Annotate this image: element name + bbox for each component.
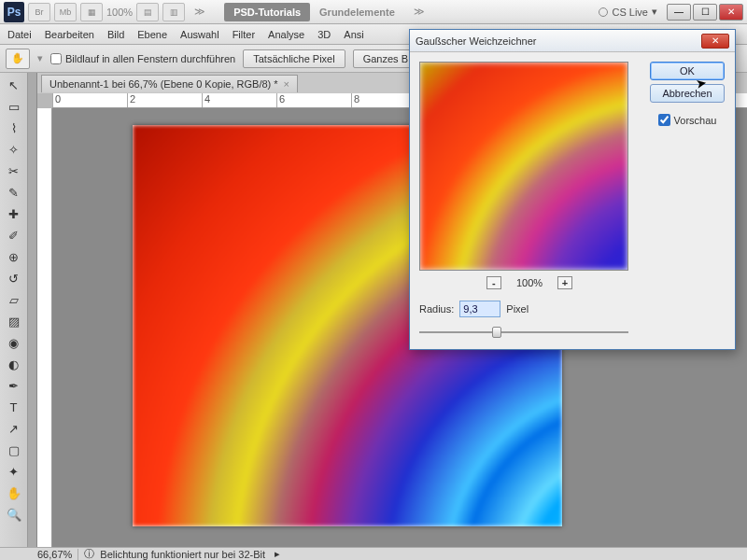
preview-image[interactable] xyxy=(419,62,628,271)
hand-tool-icon[interactable]: ✋ xyxy=(6,49,30,69)
gradient-tool-icon[interactable]: ▨ xyxy=(3,311,25,331)
gaussian-blur-dialog: Gaußscher Weichzeichner ✕ - 100% + Radiu… xyxy=(409,29,736,350)
menu-ansicht[interactable]: Ansi xyxy=(344,29,363,40)
app-titlebar: Ps Br Mb ▦ 100% ▤ ▥ ≫ PSD-Tutorials Grun… xyxy=(0,0,747,24)
scroll-all-label: Bildlauf in allen Fenstern durchführen xyxy=(65,53,235,64)
wand-tool-icon[interactable]: ✧ xyxy=(3,139,25,160)
dialog-close-button[interactable]: ✕ xyxy=(701,34,729,49)
crop-tool-icon[interactable]: ✂ xyxy=(3,161,25,181)
cursor-icon: ➤ xyxy=(695,75,709,91)
bridge-icon[interactable]: Br xyxy=(28,3,50,21)
history-brush-icon[interactable]: ↺ xyxy=(3,268,25,288)
lasso-tool-icon[interactable]: ⌇ xyxy=(3,118,25,138)
zoom-out-button[interactable]: - xyxy=(486,276,501,289)
dialog-titlebar[interactable]: Gaußscher Weichzeichner ✕ xyxy=(410,30,735,52)
tab-psd-tutorials[interactable]: PSD-Tutorials xyxy=(224,3,310,21)
cancel-button[interactable]: Abbrechen xyxy=(650,84,725,103)
zoom-in-button[interactable]: + xyxy=(557,276,572,289)
close-button[interactable]: ✕ xyxy=(719,4,743,21)
app-logo: Ps xyxy=(4,2,24,22)
3d-tool-icon[interactable]: ✦ xyxy=(3,461,25,482)
heal-tool-icon[interactable]: ✚ xyxy=(3,203,25,224)
menu-datei[interactable]: Datei xyxy=(7,29,32,40)
pen-tool-icon[interactable]: ✒ xyxy=(3,375,25,396)
zoom-tool-icon[interactable]: 🔍 xyxy=(3,504,25,525)
chevron-right-icon[interactable]: ≫ xyxy=(414,6,425,18)
blur-tool-icon[interactable]: ◉ xyxy=(3,332,25,353)
preview-checkbox[interactable]: Vorschau xyxy=(658,114,717,126)
eyedropper-tool-icon[interactable]: ✎ xyxy=(3,182,25,203)
zoom-level[interactable]: 100% xyxy=(106,7,133,18)
eraser-tool-icon[interactable]: ▱ xyxy=(3,289,25,310)
marquee-tool-icon[interactable]: ▭ xyxy=(3,96,25,117)
shape-tool-icon[interactable]: ▢ xyxy=(3,440,25,460)
cslive-label: CS Live xyxy=(612,7,648,18)
status-message: Belichtung funktioniert nur bei 32-Bit xyxy=(100,549,265,560)
actual-pixels-button[interactable]: Tatsächliche Pixel xyxy=(243,49,345,68)
radius-label: Radius: xyxy=(419,303,454,315)
ruler-vertical xyxy=(37,108,52,547)
close-icon[interactable]: × xyxy=(284,78,289,90)
menu-bearbeiten[interactable]: Bearbeiten xyxy=(45,29,94,40)
stamp-tool-icon[interactable]: ⊕ xyxy=(3,246,25,267)
tab-grundelemente[interactable]: Grundelemente xyxy=(310,3,404,21)
hand-tool-icon[interactable]: ✋ xyxy=(3,483,25,503)
radius-slider[interactable] xyxy=(419,325,628,340)
document-tab[interactable]: Unbenannt-1 bei 66,7% (Ebene 0 Kopie, RG… xyxy=(41,75,298,92)
panel-tab[interactable] xyxy=(28,73,37,547)
extras-icon[interactable]: ▥ xyxy=(162,3,185,21)
minimize-button[interactable]: — xyxy=(667,4,691,21)
radius-input[interactable] xyxy=(459,301,500,317)
menu-bild[interactable]: Bild xyxy=(107,29,124,40)
preview-zoom: 100% xyxy=(516,277,543,288)
dialog-title: Gaußscher Weichzeichner xyxy=(416,35,536,47)
arrange-icon[interactable]: ▤ xyxy=(136,3,159,21)
path-tool-icon[interactable]: ↗ xyxy=(3,418,25,439)
preview-label: Vorschau xyxy=(674,115,717,126)
minibridge-icon[interactable]: Mb xyxy=(54,3,77,21)
type-tool-icon[interactable]: T xyxy=(3,397,25,417)
screenmode-icon[interactable]: ▦ xyxy=(80,3,103,21)
scroll-all-checkbox[interactable]: Bildlauf in allen Fenstern durchführen xyxy=(50,53,235,64)
move-tool-icon[interactable]: ↖ xyxy=(3,75,25,95)
info-icon: ⓘ xyxy=(84,547,94,560)
menu-ebene[interactable]: Ebene xyxy=(137,29,167,40)
ok-button[interactable]: OK ➤ xyxy=(650,62,725,80)
menu-auswahl[interactable]: Auswahl xyxy=(180,29,219,40)
ok-label: OK xyxy=(680,65,695,77)
menu-3d[interactable]: 3D xyxy=(317,29,331,40)
menu-analyse[interactable]: Analyse xyxy=(268,29,304,40)
document-tab-label: Unbenannt-1 bei 66,7% (Ebene 0 Kopie, RG… xyxy=(49,78,278,90)
chevron-right-icon[interactable]: ≫ xyxy=(194,6,205,18)
menu-filter[interactable]: Filter xyxy=(233,29,255,40)
cslive-menu[interactable]: CS Live ▾ xyxy=(599,6,657,18)
tools-panel: ↖ ▭ ⌇ ✧ ✂ ✎ ✚ ✐ ⊕ ↺ ▱ ▨ ◉ ◐ ✒ T ↗ ▢ ✦ ✋ … xyxy=(0,73,28,547)
brush-tool-icon[interactable]: ✐ xyxy=(3,225,25,245)
circle-icon xyxy=(599,7,608,17)
status-bar: 66,67% ⓘ Belichtung funktioniert nur bei… xyxy=(0,547,747,560)
maximize-button[interactable]: ☐ xyxy=(693,4,717,21)
dodge-tool-icon[interactable]: ◐ xyxy=(3,354,25,374)
status-zoom[interactable]: 66,67% xyxy=(37,549,78,560)
radius-unit: Pixel xyxy=(506,303,529,315)
